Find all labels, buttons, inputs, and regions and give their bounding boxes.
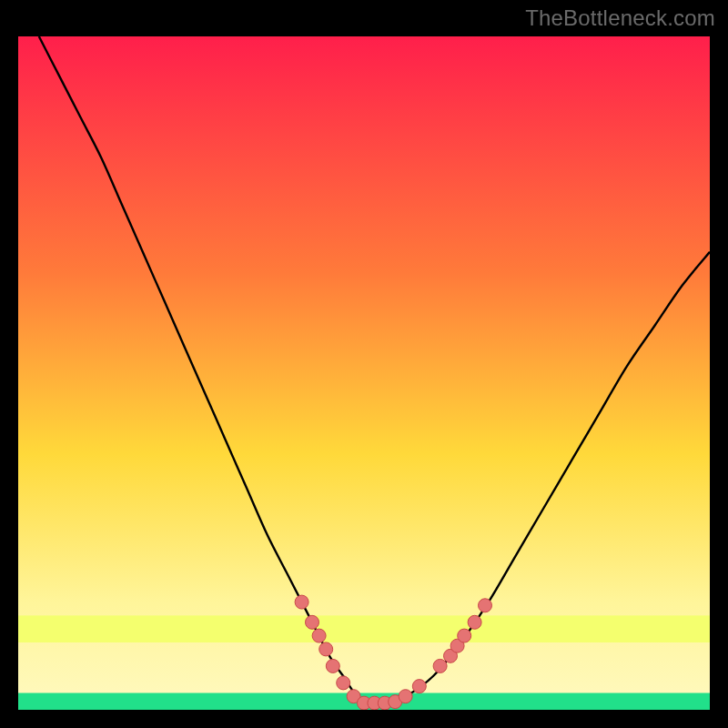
bottleneck-chart <box>18 36 710 710</box>
gradient-background <box>18 36 710 710</box>
curve-marker <box>337 676 350 690</box>
curve-marker <box>319 642 333 656</box>
watermark-text: TheBottleneck.com <box>525 5 715 31</box>
curve-marker <box>326 659 339 672</box>
curve-marker <box>412 680 426 693</box>
curve-marker <box>433 659 447 672</box>
curve-marker <box>295 595 308 609</box>
curve-marker <box>399 690 412 703</box>
curve-marker <box>312 629 326 642</box>
chart-frame <box>18 36 710 710</box>
curve-marker <box>306 615 319 629</box>
curve-marker <box>479 599 492 612</box>
curve-marker <box>468 615 481 629</box>
pale-band <box>18 615 710 642</box>
curve-marker <box>458 629 471 642</box>
